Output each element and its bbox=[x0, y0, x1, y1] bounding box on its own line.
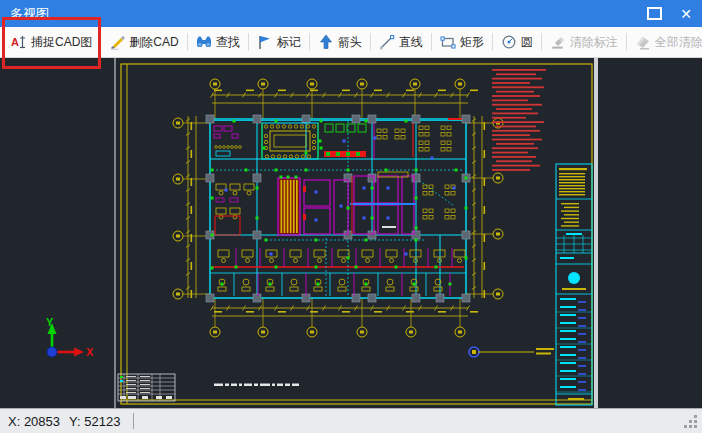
toolbar-separator bbox=[100, 33, 101, 51]
line-icon bbox=[379, 34, 395, 50]
capture-cad-label: 捕捉CAD图 bbox=[31, 34, 92, 51]
circle-label: 圆 bbox=[521, 34, 533, 51]
statusbar-divider bbox=[133, 413, 134, 429]
mark-flag-icon bbox=[257, 34, 273, 50]
delete-cad-label: 删除CAD bbox=[129, 34, 178, 51]
clear-all-button[interactable]: 全部清除 bbox=[629, 30, 702, 54]
rectangle-label: 矩形 bbox=[460, 34, 484, 51]
toolbar-separator bbox=[248, 33, 249, 51]
cursor-x-coordinate: X: 20853 bbox=[8, 414, 60, 429]
toolbar-separator bbox=[309, 33, 310, 51]
straight-line-button[interactable]: 直线 bbox=[373, 30, 429, 54]
delete-cad-button[interactable]: 删除CAD bbox=[103, 30, 184, 54]
straight-line-label: 直线 bbox=[399, 34, 423, 51]
toolbar-separator bbox=[626, 33, 627, 51]
titlebar[interactable]: 多视图 ✕ bbox=[0, 0, 702, 27]
cad-drawing bbox=[116, 58, 594, 408]
cad-viewport[interactable]: Y X bbox=[0, 58, 702, 408]
clear-all-label: 全部清除 bbox=[655, 34, 702, 51]
arrow-button[interactable]: 箭头 bbox=[312, 30, 368, 54]
toolbar-separator bbox=[492, 33, 493, 51]
delete-cad-icon bbox=[109, 34, 125, 50]
window-controls: ✕ bbox=[638, 0, 702, 27]
circle-icon bbox=[501, 34, 517, 50]
find-icon bbox=[196, 34, 212, 50]
rectangle-icon bbox=[440, 34, 456, 50]
close-icon: ✕ bbox=[680, 7, 692, 21]
vertical-scrollbar[interactable] bbox=[594, 58, 598, 408]
capture-cad-button[interactable]: A 捕捉CAD图 bbox=[5, 30, 98, 54]
capture-cad-icon: A bbox=[11, 34, 27, 50]
arrow-label: 箭头 bbox=[338, 34, 362, 51]
ucs-x-label: X bbox=[86, 346, 94, 358]
toolbar-separator bbox=[370, 33, 371, 51]
x-arrowhead bbox=[74, 348, 84, 357]
toolbar-separator bbox=[541, 33, 542, 51]
clear-marks-button[interactable]: 清除标注 bbox=[544, 30, 624, 54]
window-title: 多视图 bbox=[0, 5, 638, 23]
maximize-icon bbox=[647, 7, 662, 20]
clear-marks-label: 清除标注 bbox=[570, 34, 618, 51]
clear-marks-icon bbox=[550, 34, 566, 50]
multiview-window: 多视图 ✕ A 捕捉CAD图 bbox=[0, 0, 702, 433]
clear-all-icon bbox=[635, 34, 651, 50]
mark-button[interactable]: 标记 bbox=[251, 30, 307, 54]
circle-button[interactable]: 圆 bbox=[495, 30, 539, 54]
statusbar: X: 20853 Y: 52123 bbox=[0, 408, 702, 433]
toolbar-separator bbox=[431, 33, 432, 51]
find-button[interactable]: 查找 bbox=[190, 30, 246, 54]
mark-label: 标记 bbox=[277, 34, 301, 51]
cursor-y-coordinate: Y: 52123 bbox=[69, 414, 120, 429]
maximize-button[interactable] bbox=[638, 0, 670, 27]
close-button[interactable]: ✕ bbox=[670, 0, 702, 27]
svg-text:A: A bbox=[11, 36, 19, 48]
find-label: 查找 bbox=[216, 34, 240, 51]
toolbar: A 捕捉CAD图 删除CAD bbox=[0, 27, 702, 58]
arrow-icon bbox=[318, 34, 334, 50]
resize-grip[interactable] bbox=[684, 415, 698, 429]
toolbar-separator bbox=[187, 33, 188, 51]
ucs-origin-dot bbox=[47, 347, 57, 357]
ucs-axis-icon: Y X bbox=[24, 314, 96, 366]
rectangle-button[interactable]: 矩形 bbox=[434, 30, 490, 54]
